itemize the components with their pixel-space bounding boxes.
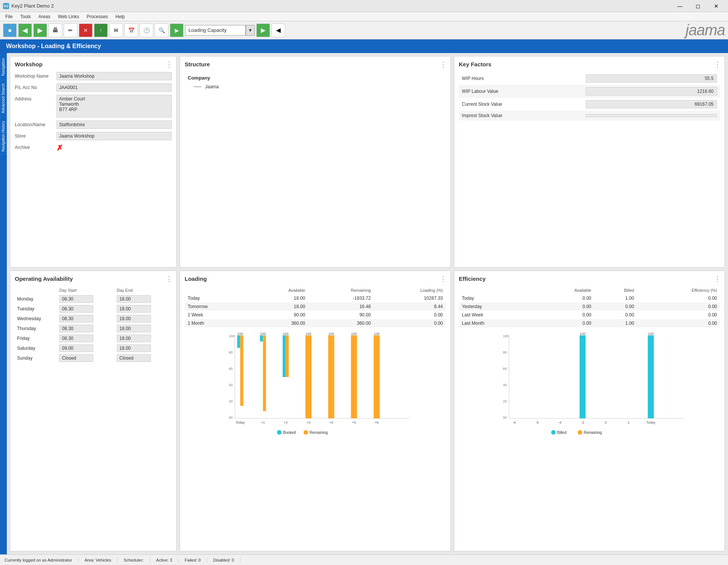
avail-end-1[interactable]: 18.00 (115, 304, 172, 314)
toolbar-edit-button[interactable]: ✏ (64, 23, 77, 37)
workshop-name-value[interactable]: Jaama Workshop (56, 72, 172, 80)
efficiency-panel-menu[interactable]: ⋮ (714, 275, 721, 283)
loading-chart: 100 80 60 40 20 00 100 100 (185, 332, 446, 439)
keyfactors-panel: Key Factors ⋮ WIP Hours 55.5 WIP Labour … (454, 56, 725, 268)
pl-acc-value[interactable]: JAA0001 (56, 83, 172, 92)
avail-day-3: Thursday (15, 324, 57, 333)
avail-header-row: Day Start Day End (15, 286, 172, 294)
svg-rect-46 (580, 335, 586, 418)
toolbar-filter-button[interactable]: ▶ (170, 23, 184, 37)
avail-start-1[interactable]: 08.30 (57, 304, 114, 314)
structure-panel: Structure ⋮ Company Jaama (180, 56, 451, 268)
avail-start-2[interactable]: 08.30 (57, 314, 114, 324)
avail-row: Thursday 08.30 18.00 (15, 324, 172, 333)
avail-day-6: Sunday (15, 353, 57, 363)
loading-panel-menu[interactable]: ⋮ (440, 275, 447, 283)
svg-text:+3: +3 (306, 421, 310, 424)
menu-bar: File Tools Areas Web Links Processes Hel… (0, 12, 728, 21)
content-area: Workshop ⋮ Workshop Name Jaama Workshop … (7, 53, 728, 554)
svg-text:100: 100 (229, 334, 235, 338)
tree-item-jaama: Jaama (188, 81, 443, 90)
nav-tab-history[interactable]: Navigation History (0, 117, 7, 155)
close-button[interactable]: ✕ (708, 0, 725, 12)
window-controls: — ◻ ✕ (671, 0, 725, 12)
operating-panel-title: Operating Availability (15, 275, 172, 282)
structure-tree: Company Jaama (185, 72, 446, 93)
toolbar-mail-button[interactable]: ✉ (109, 23, 123, 37)
location-value[interactable]: Staffordshire (56, 121, 172, 129)
kf-row-2: Current Stock Value 69167.05 (459, 98, 720, 111)
svg-text:-1: -1 (626, 421, 629, 424)
svg-text:40: 40 (229, 383, 233, 387)
svg-text:100: 100 (580, 332, 585, 336)
store-value[interactable]: Jaama Workshop (56, 132, 172, 140)
toolbar-clock-button[interactable]: 🕐 (140, 23, 153, 37)
toolbar-new-button[interactable]: ■ (3, 23, 17, 37)
title-bar-left: K2 Key2 Plant Demo 2 (3, 3, 54, 9)
svg-text:60: 60 (229, 367, 233, 371)
kf-label-2: Current Stock Value (459, 98, 583, 111)
address-value[interactable]: Amber Court Tamworth B77 4RP (56, 95, 172, 117)
avail-end-4[interactable]: 18.00 (115, 333, 172, 343)
menu-weblinks[interactable]: Web Links (54, 13, 83, 20)
kf-value-3 (583, 111, 720, 121)
svg-text:+6: +6 (375, 421, 378, 424)
workshop-panel-menu[interactable]: ⋮ (166, 60, 173, 69)
workshop-name-row: Workshop Name Jaama Workshop (15, 72, 172, 80)
kf-row-3: Imprest Stock Value (459, 111, 720, 121)
restore-button[interactable]: ◻ (689, 0, 707, 12)
toolbar-dropdown-container: Loading Capacity ▼ (185, 25, 255, 36)
svg-text:Billed: Billed (557, 430, 566, 435)
nav-tab-advanced-search[interactable]: Advanced Search (0, 80, 7, 117)
kf-row-1: WIP Labour Value 1216.60 (459, 85, 720, 98)
operating-panel-menu[interactable]: ⋮ (166, 275, 173, 283)
toolbar-calendar-button[interactable]: 📅 (124, 23, 138, 37)
keyfactors-panel-menu[interactable]: ⋮ (714, 60, 721, 69)
dropdown-arrow[interactable]: ▼ (246, 25, 255, 36)
menu-file[interactable]: File (2, 13, 16, 20)
tree-node-label: Jaama (205, 84, 219, 89)
svg-text:100: 100 (351, 332, 357, 336)
avail-end-2[interactable]: 18.00 (115, 314, 172, 324)
menu-processes[interactable]: Processes (83, 13, 112, 20)
minimize-button[interactable]: — (671, 0, 689, 12)
toolbar-export-button[interactable]: ↑ (94, 23, 108, 37)
structure-panel-menu[interactable]: ⋮ (440, 60, 447, 69)
avail-start-0[interactable]: 08.30 (57, 294, 114, 304)
toolbar-search-button[interactable]: 🔍 (155, 23, 168, 37)
avail-end-0[interactable]: 18.00 (115, 294, 172, 304)
nav-tab-navigation[interactable]: Navigation (0, 55, 7, 79)
avail-start-3[interactable]: 08.30 (57, 324, 114, 333)
toolbar-print-button[interactable]: 🖶 (49, 23, 62, 37)
menu-help[interactable]: Help (112, 13, 129, 20)
toolbar-back-button[interactable]: ◀ (18, 23, 32, 37)
svg-text:-6: -6 (513, 421, 516, 424)
avail-start-6[interactable]: Closed (57, 353, 114, 363)
efficiency-header-row: Available Billed Efficiency (%) (459, 286, 720, 294)
menu-tools[interactable]: Tools (16, 13, 35, 20)
eff-avail-0: 0.00 (534, 294, 594, 302)
svg-rect-17 (286, 335, 289, 377)
avail-start-5[interactable]: 09.00 (57, 343, 114, 353)
toolbar-forward-button[interactable]: ▶ (33, 23, 47, 37)
svg-text:100: 100 (283, 332, 289, 336)
avail-end-3[interactable]: 18.00 (115, 324, 172, 333)
avail-end-5[interactable]: 18.00 (115, 343, 172, 353)
svg-point-56 (551, 430, 556, 435)
avail-end-6[interactable]: Closed (115, 353, 172, 363)
toolbar-nav-back[interactable]: ◀ (271, 23, 285, 37)
avail-start-4[interactable]: 08.30 (57, 333, 114, 343)
svg-text:100: 100 (306, 332, 311, 336)
tree-connector-icon (194, 84, 203, 90)
toolbar-delete-button[interactable]: ✕ (79, 23, 93, 37)
menu-areas[interactable]: Areas (35, 13, 54, 20)
svg-text:100: 100 (374, 332, 380, 336)
loading-capacity-dropdown[interactable]: Loading Capacity (185, 25, 246, 36)
kf-row-0: WIP Hours 55.5 (459, 72, 720, 85)
svg-rect-11 (240, 335, 243, 406)
app-icon: K2 (3, 3, 9, 9)
archive-value: ✗ (56, 143, 63, 152)
archive-row: Archive ✗ (15, 143, 172, 152)
toolbar-nav-forward[interactable]: ▶ (256, 23, 270, 37)
toolbar: ■ ◀ ▶ 🖶 ✏ ✕ ↑ ✉ 📅 🕐 🔍 ▶ Loading Capacity… (0, 21, 728, 39)
